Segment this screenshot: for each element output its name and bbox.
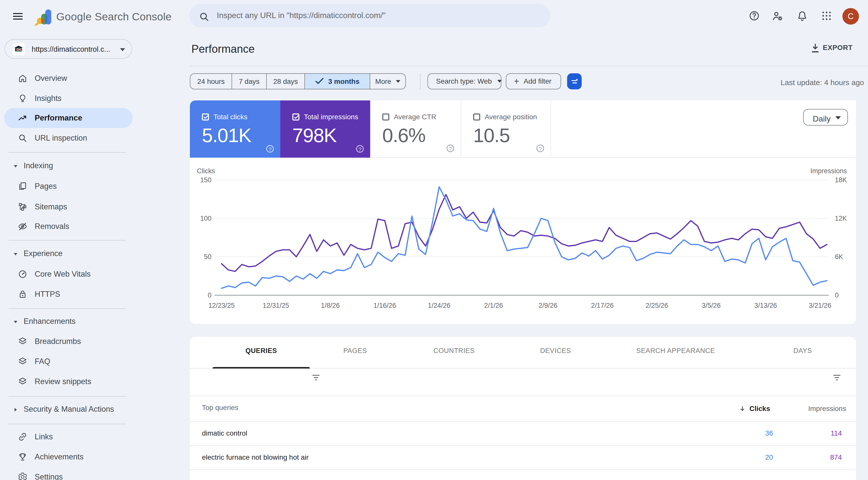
svg-text:C: C xyxy=(20,48,22,52)
svg-text:12K: 12K xyxy=(835,215,847,222)
svg-text:1/24/26: 1/24/26 xyxy=(428,302,451,309)
svg-text:2/17/26: 2/17/26 xyxy=(591,302,614,309)
svg-text:3/13/26: 3/13/26 xyxy=(754,302,777,309)
svg-text:1/8/26: 1/8/26 xyxy=(321,302,340,309)
svg-text:2/25/26: 2/25/26 xyxy=(646,302,668,309)
svg-text:2/9/26: 2/9/26 xyxy=(538,302,557,309)
svg-text:0: 0 xyxy=(208,291,212,299)
svg-text:Clicks: Clicks xyxy=(197,167,215,175)
svg-text:6K: 6K xyxy=(835,253,843,261)
svg-text:Impressions: Impressions xyxy=(810,167,847,175)
svg-text:12/31/25: 12/31/25 xyxy=(263,302,289,309)
svg-text:50: 50 xyxy=(204,253,212,261)
svg-text:3/5/26: 3/5/26 xyxy=(702,302,720,309)
svg-text:3/21/26: 3/21/26 xyxy=(809,302,831,309)
svg-text:150: 150 xyxy=(200,176,212,184)
svg-text:12/23/25: 12/23/25 xyxy=(208,302,235,309)
svg-text:2/1/26: 2/1/26 xyxy=(484,302,503,309)
svg-text:0: 0 xyxy=(835,291,839,299)
svg-text:100: 100 xyxy=(200,215,212,222)
svg-text:18K: 18K xyxy=(835,176,847,184)
svg-text:1/16/26: 1/16/26 xyxy=(373,302,396,309)
